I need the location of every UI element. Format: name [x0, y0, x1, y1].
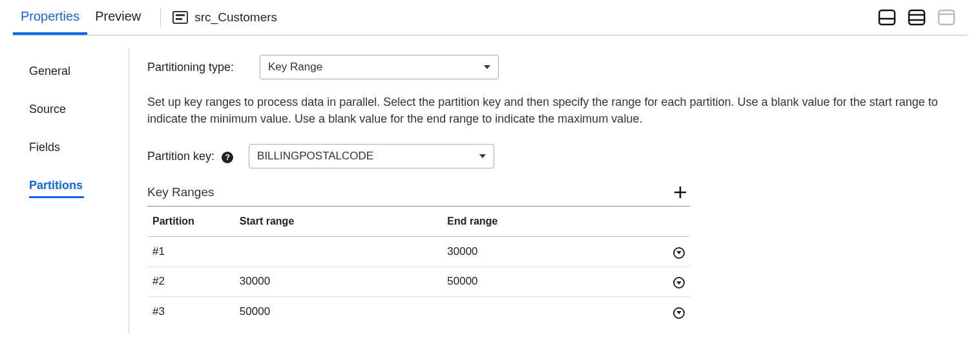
- side-tab-label: Partitions: [29, 179, 83, 192]
- table-row: #1 30000: [147, 237, 690, 267]
- side-tabs: General Source Fields Partitions: [16, 48, 129, 333]
- panel-layout-full-icon[interactable]: [937, 9, 955, 26]
- table-header-row: Partition Start range End range: [147, 207, 690, 237]
- cell-start-range[interactable]: [235, 237, 442, 267]
- partitioning-type-select[interactable]: Key Range: [260, 55, 499, 79]
- cell-partition: #3: [147, 297, 235, 327]
- top-bar-left: Properties Preview src_Customers: [13, 0, 277, 35]
- top-bar: Properties Preview src_Customers: [13, 0, 967, 35]
- key-ranges-header: Key Ranges: [147, 183, 690, 202]
- content: Partitioning type: Key Range Set up key …: [129, 48, 967, 333]
- panel-layout-split-icon[interactable]: [908, 9, 926, 26]
- svg-rect-2: [909, 10, 924, 25]
- cell-start-range[interactable]: 50000: [235, 297, 442, 327]
- cell-partition: #1: [147, 237, 235, 267]
- top-bar-right: [878, 9, 955, 26]
- cell-partition: #2: [147, 267, 235, 297]
- top-tab-properties[interactable]: Properties: [13, 0, 87, 35]
- table-row: #3 50000: [147, 297, 690, 327]
- partitioning-type-label: Partitioning type:: [147, 61, 244, 74]
- cell-end-range[interactable]: 30000: [442, 237, 649, 267]
- partitioning-type-value: Key Range: [268, 61, 322, 74]
- side-tab-general[interactable]: General: [16, 58, 129, 85]
- source-object-name: src_Customers: [194, 10, 277, 25]
- svg-rect-5: [939, 10, 954, 25]
- partition-key-row: Partition key: ? BILLINGPOSTALCODE: [147, 144, 961, 168]
- side-tab-label: General: [29, 65, 70, 77]
- add-key-range-button[interactable]: [671, 183, 690, 202]
- col-end-range: End range: [442, 207, 649, 237]
- partitioning-description: Set up key ranges to process data in par…: [147, 94, 961, 127]
- top-tab-label: Properties: [21, 9, 79, 24]
- cell-end-range[interactable]: [442, 297, 649, 327]
- key-ranges-table: Partition Start range End range #1 30000…: [147, 206, 690, 327]
- tab-underline: [29, 196, 84, 198]
- cell-start-range[interactable]: 30000: [235, 267, 442, 297]
- side-tab-label: Fields: [29, 141, 60, 154]
- row-menu-button[interactable]: [673, 247, 685, 259]
- plus-icon: [673, 185, 687, 199]
- top-tab-label: Preview: [95, 9, 141, 24]
- source-chip: src_Customers: [172, 10, 277, 25]
- col-partition: Partition: [147, 207, 235, 237]
- side-tab-partitions[interactable]: Partitions: [16, 172, 129, 205]
- divider: [160, 8, 161, 27]
- top-tab-preview[interactable]: Preview: [87, 0, 149, 35]
- table-row: #2 30000 50000: [147, 267, 690, 297]
- partition-key-value: BILLINGPOSTALCODE: [257, 150, 373, 163]
- col-actions: [650, 207, 690, 237]
- partition-key-select[interactable]: BILLINGPOSTALCODE: [249, 144, 494, 168]
- key-ranges-title: Key Ranges: [147, 185, 214, 199]
- row-menu-button[interactable]: [673, 307, 685, 319]
- partition-key-label: Partition key: ?: [147, 150, 233, 163]
- side-tab-source[interactable]: Source: [16, 96, 129, 123]
- cell-end-range[interactable]: 50000: [442, 267, 649, 297]
- source-object-icon: [172, 11, 188, 24]
- side-tab-label: Source: [29, 103, 66, 116]
- chevron-down-icon: [479, 154, 486, 158]
- side-tab-fields[interactable]: Fields: [16, 134, 129, 161]
- page-body: General Source Fields Partitions Partiti…: [0, 35, 980, 346]
- partitioning-type-row: Partitioning type: Key Range: [147, 55, 961, 79]
- col-start-range: Start range: [235, 207, 442, 237]
- partition-key-label-text: Partition key:: [147, 150, 214, 163]
- row-menu-button[interactable]: [673, 277, 685, 288]
- chevron-down-icon: [484, 65, 490, 69]
- help-icon[interactable]: ?: [222, 152, 233, 163]
- panel-layout-bottom-icon[interactable]: [878, 9, 896, 26]
- svg-rect-0: [879, 10, 895, 25]
